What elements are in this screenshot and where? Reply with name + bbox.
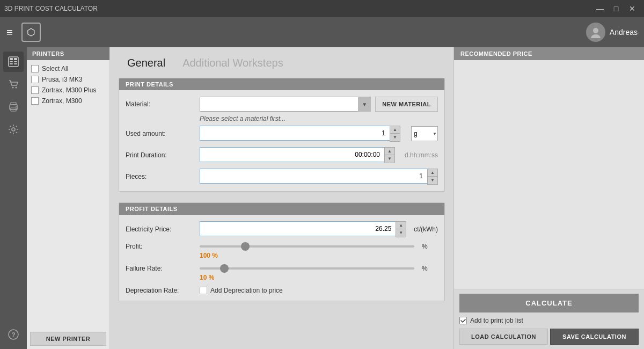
failure-rate-row: Failure Rate: % 10 %	[126, 265, 438, 281]
right-panel: RECOMMENDED PRICE CALCULATE Add to print…	[453, 47, 644, 349]
material-help-text: Please select a material first...	[126, 115, 438, 122]
hamburger-icon[interactable]: ≡	[6, 26, 13, 39]
avatar	[586, 23, 605, 42]
recommended-price-area	[454, 60, 644, 289]
sidebar-item-calculator[interactable]	[3, 52, 24, 72]
print-details-header: PRINT DETAILS	[119, 78, 444, 90]
printer-label: Zortrax, M300	[42, 97, 82, 105]
print-duration-spinner: ▲ ▼	[384, 147, 395, 163]
pieces-down[interactable]: ▼	[428, 177, 437, 184]
electricity-price-down[interactable]: ▼	[396, 229, 406, 237]
material-label: Material:	[126, 100, 195, 108]
list-item[interactable]: Select All	[30, 63, 106, 74]
svg-point-0	[593, 28, 598, 33]
new-material-button[interactable]: NEW MATERIAL	[375, 97, 438, 112]
used-amount-unit-select[interactable]: g ml	[411, 126, 438, 141]
list-item[interactable]: Zortrax, M300	[30, 96, 106, 106]
sidebar-item-help[interactable]: ?	[3, 324, 24, 345]
depreciation-label: Depreciation Rate:	[126, 287, 195, 294]
maximize-button[interactable]: □	[609, 1, 624, 16]
profit-slider[interactable]	[200, 245, 414, 248]
new-printer-button[interactable]: NEW PRINTER	[30, 332, 106, 346]
tab-general[interactable]: General	[119, 54, 174, 72]
recommended-price-header: RECOMMENDED PRICE	[454, 47, 644, 60]
material-select[interactable]	[200, 97, 371, 112]
profit-value: 100 %	[200, 252, 218, 259]
sidebar-item-settings[interactable]	[3, 119, 24, 140]
user-name: Andreas	[610, 28, 638, 37]
title-bar: 3D PRINT COST CALCULATOR — □ ✕	[0, 0, 644, 17]
used-amount-up[interactable]: ▲	[390, 126, 400, 134]
failure-rate-value: 10 %	[200, 274, 214, 281]
print-duration-down[interactable]: ▼	[385, 155, 394, 163]
print-duration-input[interactable]	[200, 147, 384, 162]
svg-rect-5	[10, 61, 13, 62]
svg-point-14	[16, 106, 17, 107]
bottom-buttons: LOAD CALCULATION SAVE CALCULATION	[459, 329, 639, 345]
profit-details-section: PROFIT DETAILS Electricity Price: ▲ ▼ ct…	[119, 202, 445, 301]
tabs-bar: General Additional Worksteps	[110, 47, 453, 72]
select-all-checkbox[interactable]	[31, 65, 39, 72]
electricity-price-row: Electricity Price: ▲ ▼ ct/(kWh)	[126, 221, 438, 237]
printer-label: Select All	[42, 65, 68, 72]
used-amount-spinner: ▲ ▼	[390, 126, 400, 142]
profit-details-header: PROFIT DETAILS	[119, 203, 444, 215]
used-amount-down[interactable]: ▼	[390, 134, 400, 141]
electricity-price-spinner: ▲ ▼	[396, 221, 406, 237]
print-duration-up[interactable]: ▲	[385, 148, 394, 155]
printer-label: Prusa, i3 MK3	[42, 76, 82, 83]
print-details-section: PRINT DETAILS Material: ▼ NEW MATERIAL P…	[119, 78, 445, 192]
add-to-job-label: Add to print job list	[470, 317, 523, 324]
svg-point-9	[12, 87, 14, 89]
svg-rect-6	[14, 61, 17, 62]
top-bar: ≡ ⬡ Andreas	[0, 17, 644, 47]
svg-point-1	[591, 34, 601, 38]
depreciation-row: Depreciation Rate: Add Depreciation to p…	[126, 287, 438, 294]
used-amount-input[interactable]	[200, 126, 390, 141]
electricity-price-input[interactable]	[200, 221, 396, 236]
failure-rate-slider[interactable]	[200, 267, 414, 270]
zortrax-m300-checkbox[interactable]	[31, 97, 39, 105]
used-amount-unit-wrap: g ml ▼	[408, 126, 438, 141]
sidebar-item-cart[interactable]	[3, 74, 24, 94]
material-row: Material: ▼ NEW MATERIAL	[126, 97, 438, 112]
list-item[interactable]: Prusa, i3 MK3	[30, 74, 106, 85]
depreciation-checkbox[interactable]	[200, 287, 207, 294]
pieces-up[interactable]: ▲	[428, 169, 437, 177]
svg-rect-4	[14, 58, 17, 60]
app-title: 3D PRINT COST CALCULATOR	[4, 5, 98, 12]
electricity-price-label: Electricity Price:	[126, 226, 195, 233]
electricity-unit: ct/(kWh)	[414, 226, 438, 233]
profit-label: Profit:	[126, 243, 195, 250]
save-calculation-button[interactable]: SAVE CALCULATION	[550, 329, 639, 345]
used-amount-row: Used amount: ▲ ▼ g ml ▼	[126, 126, 438, 142]
pieces-spinner: ▲ ▼	[427, 169, 438, 185]
electricity-price-up[interactable]: ▲	[396, 222, 406, 229]
print-duration-unit: d.hh:mm:ss	[405, 151, 438, 159]
load-calculation-button[interactable]: LOAD CALCULATION	[459, 329, 548, 345]
printer-label: Zortrax, M300 Plus	[42, 86, 96, 94]
failure-rate-label: Failure Rate:	[126, 265, 195, 272]
tab-additional-worksteps[interactable]: Additional Worksteps	[174, 54, 292, 72]
calculate-button[interactable]: CALCULATE	[459, 294, 639, 312]
svg-point-10	[16, 87, 17, 89]
add-to-job-checkbox[interactable]	[459, 317, 467, 324]
printers-header: PRINTERS	[27, 47, 109, 60]
svg-rect-8	[14, 63, 17, 64]
print-duration-label: Print Duration:	[126, 151, 195, 159]
svg-rect-7	[10, 63, 13, 64]
app-icon: ⬡	[21, 23, 41, 42]
sidebar-item-printer[interactable]	[3, 97, 24, 117]
content-area: General Additional Worksteps PRINT DETAI…	[110, 47, 453, 349]
list-item[interactable]: Zortrax, M300 Plus	[30, 85, 106, 96]
failure-rate-unit: %	[422, 265, 438, 272]
pieces-input[interactable]	[200, 169, 427, 184]
close-button[interactable]: ✕	[625, 1, 640, 16]
prusa-checkbox[interactable]	[31, 76, 39, 83]
used-amount-label: Used amount:	[126, 130, 195, 137]
minimize-button[interactable]: —	[592, 1, 608, 16]
icon-sidebar: ?	[0, 47, 27, 349]
add-to-job-row: Add to print job list	[454, 315, 644, 326]
printers-list: Select All Prusa, i3 MK3 Zortrax, M300 P…	[27, 60, 109, 329]
zortrax-m300plus-checkbox[interactable]	[31, 86, 39, 94]
